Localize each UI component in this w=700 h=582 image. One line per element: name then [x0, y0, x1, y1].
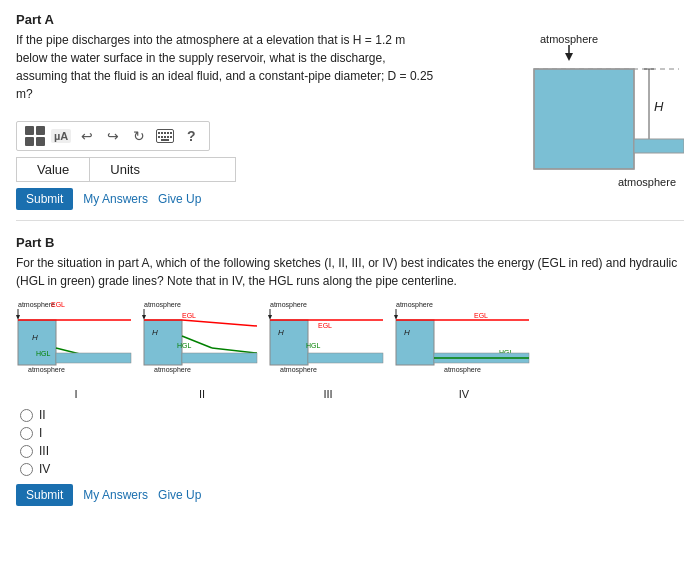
- part-a-section: Part A If the pipe discharges into the a…: [16, 12, 684, 210]
- svg-rect-3: [164, 132, 166, 134]
- part-b-submit-row: Submit My Answers Give Up: [16, 484, 684, 506]
- svg-rect-4: [167, 132, 169, 134]
- radio-item-ii[interactable]: II: [20, 408, 684, 422]
- part-a-label: Part A: [16, 12, 684, 27]
- svg-text:atmosphere: atmosphere: [144, 301, 181, 309]
- svg-text:HGL: HGL: [177, 342, 192, 349]
- radio-ii[interactable]: [20, 409, 33, 422]
- sketch-ii: atmosphere EGL H HGL atmosphere II: [142, 298, 262, 400]
- part-b-section: Part B For the situation in part A, whic…: [16, 235, 684, 506]
- svg-text:atmosphere: atmosphere: [618, 176, 676, 188]
- undo-icon[interactable]: ↩: [77, 126, 97, 146]
- sketch-iv-label: IV: [394, 388, 534, 400]
- radio-iii-label: III: [39, 444, 49, 458]
- svg-text:HGL: HGL: [36, 350, 51, 357]
- part-b-submit-button[interactable]: Submit: [16, 484, 73, 506]
- radio-i[interactable]: [20, 427, 33, 440]
- sketch-ii-label: II: [142, 388, 262, 400]
- svg-text:atmosphere: atmosphere: [444, 366, 481, 374]
- part-b-label: Part B: [16, 235, 684, 250]
- svg-rect-50: [182, 353, 257, 363]
- svg-rect-8: [164, 136, 166, 138]
- value-tab[interactable]: Value: [17, 158, 90, 181]
- radio-item-i[interactable]: I: [20, 426, 684, 440]
- svg-text:EGL: EGL: [182, 312, 196, 319]
- radio-ii-label: II: [39, 408, 46, 422]
- svg-text:EGL: EGL: [318, 322, 332, 329]
- svg-text:H: H: [654, 99, 664, 114]
- svg-text:atmosphere: atmosphere: [280, 366, 317, 374]
- radio-iv[interactable]: [20, 463, 33, 476]
- grid-icon[interactable]: [25, 126, 45, 146]
- sketch-iv: atmosphere EGL H HGL atmosphere IV: [394, 298, 534, 400]
- sketch-iii-label: III: [268, 388, 388, 400]
- mu-a-icon[interactable]: µA: [51, 129, 71, 143]
- svg-rect-11: [161, 139, 169, 141]
- svg-text:H: H: [32, 333, 38, 342]
- svg-rect-61: [308, 353, 383, 363]
- svg-text:atmosphere: atmosphere: [396, 301, 433, 309]
- svg-text:HGL: HGL: [306, 342, 321, 349]
- part-b-my-answers-link[interactable]: My Answers: [83, 488, 148, 502]
- toolbar: µA ↩ ↪ ↻: [16, 121, 210, 151]
- radio-item-iv[interactable]: IV: [20, 462, 684, 476]
- svg-text:H: H: [404, 328, 410, 337]
- svg-rect-9: [167, 136, 169, 138]
- svg-rect-37: [56, 353, 131, 363]
- svg-text:atmosphere: atmosphere: [270, 301, 307, 309]
- svg-text:H: H: [152, 328, 158, 337]
- svg-text:atmosphere: atmosphere: [18, 301, 55, 309]
- part-a-diagram: atmosphere H: [444, 31, 684, 191]
- part-a-submit-row: Submit My Answers Give Up: [16, 188, 434, 210]
- svg-rect-6: [158, 136, 160, 138]
- svg-rect-1: [158, 132, 160, 134]
- sketch-i-label: I: [16, 388, 136, 400]
- svg-text:atmosphere: atmosphere: [28, 366, 65, 374]
- sketches-row: atmosphere EGL H HGL atmosphere: [16, 298, 684, 400]
- svg-line-47: [182, 320, 257, 326]
- part-a-question: If the pipe discharges into the atmosphe…: [16, 31, 434, 103]
- svg-rect-7: [161, 136, 163, 138]
- radio-group: II I III IV: [20, 408, 684, 476]
- svg-rect-22: [535, 70, 633, 168]
- svg-marker-14: [565, 53, 573, 61]
- svg-rect-2: [161, 132, 163, 134]
- units-tab[interactable]: Units: [90, 158, 160, 181]
- keyboard-icon[interactable]: [155, 126, 175, 146]
- refresh-icon[interactable]: ↻: [129, 126, 149, 146]
- svg-text:EGL: EGL: [474, 312, 488, 319]
- answer-input-tabs: Value Units: [16, 157, 236, 182]
- part-a-give-up-link[interactable]: Give Up: [158, 192, 201, 206]
- part-a-my-answers-link[interactable]: My Answers: [83, 192, 148, 206]
- part-b-give-up-link[interactable]: Give Up: [158, 488, 201, 502]
- svg-rect-10: [170, 136, 172, 138]
- svg-rect-24: [634, 139, 684, 153]
- svg-rect-5: [170, 132, 172, 134]
- svg-rect-55: [270, 320, 308, 365]
- part-divider: [16, 220, 684, 221]
- svg-text:atmosphere: atmosphere: [154, 366, 191, 374]
- svg-text:EGL: EGL: [51, 301, 65, 308]
- radio-iv-label: IV: [39, 462, 50, 476]
- radio-iii[interactable]: [20, 445, 33, 458]
- svg-text:H: H: [278, 328, 284, 337]
- sketch-iii: atmosphere EGL H HGL atmosphere III: [268, 298, 388, 400]
- sketch-i: atmosphere EGL H HGL atmosphere: [16, 298, 136, 400]
- part-b-question: For the situation in part A, which of th…: [16, 254, 684, 290]
- svg-rect-66: [396, 320, 434, 365]
- svg-rect-30: [18, 320, 56, 365]
- radio-i-label: I: [39, 426, 42, 440]
- redo-icon[interactable]: ↪: [103, 126, 123, 146]
- part-a-submit-button[interactable]: Submit: [16, 188, 73, 210]
- svg-text:atmosphere: atmosphere: [540, 33, 598, 45]
- radio-item-iii[interactable]: III: [20, 444, 684, 458]
- help-icon[interactable]: ?: [181, 126, 201, 146]
- svg-line-49: [212, 348, 257, 353]
